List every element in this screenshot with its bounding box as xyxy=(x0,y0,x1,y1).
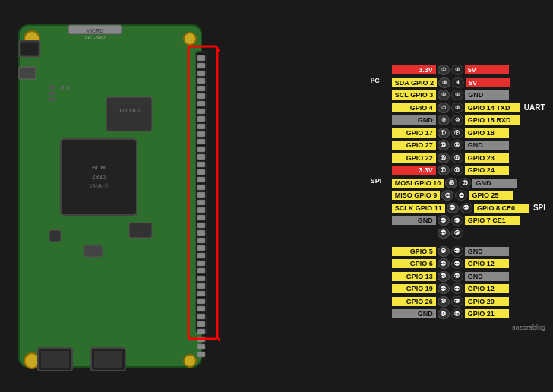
svg-rect-53 xyxy=(198,261,205,266)
pin-row-16: GPIO 6 ㉛ ㉜ GPIO 12 xyxy=(392,258,545,270)
pin-num-26: ㉖ xyxy=(451,215,463,226)
pin-num-5: ⑤ xyxy=(438,90,450,100)
pin-num-24: ㉔ xyxy=(460,203,472,213)
pin-num-1: ① xyxy=(438,65,450,75)
pin-num-37: ㊳ xyxy=(438,296,450,307)
board-area: MICRO SD CARD BCM 2835 V4Mir ® 1270010 xyxy=(8,10,220,382)
svg-text:SD CARD: SD CARD xyxy=(84,35,106,40)
pin-num-30: ㉚ xyxy=(451,246,463,257)
pin-right-1: 5V xyxy=(465,65,509,74)
pin-num-38: ㊴ xyxy=(451,296,463,307)
pin-num-12: ⑫ xyxy=(451,128,463,138)
pin-left-10: MOSI GPIO 10 xyxy=(392,179,444,188)
pin-right-9: GPIO 24 xyxy=(465,166,509,175)
pin-right-6: GPIO 18 xyxy=(465,128,509,138)
svg-rect-57 xyxy=(198,291,205,296)
svg-rect-56 xyxy=(198,283,205,289)
pin-right-16: GPIO 12 xyxy=(465,259,509,268)
svg-rect-34 xyxy=(198,116,205,122)
pin-row-6: GPIO 17 ⑪ ⑫ GPIO 18 xyxy=(392,127,545,138)
svg-text:BCM: BCM xyxy=(92,164,106,171)
svg-rect-39 xyxy=(198,154,205,160)
svg-rect-55 xyxy=(198,276,205,281)
pin-left-12: SCLK GPIO 11 xyxy=(392,204,445,213)
svg-rect-48 xyxy=(198,223,205,228)
svg-rect-58 xyxy=(198,299,205,304)
pin-left-3: SCL GPIO 3 xyxy=(392,90,436,100)
svg-line-72 xyxy=(217,337,220,382)
svg-point-3 xyxy=(184,33,196,45)
svg-rect-36 xyxy=(198,131,205,137)
pin-num-33: ㉝ xyxy=(438,271,450,282)
svg-rect-62 xyxy=(198,329,205,334)
pin-left-17: GPIO 13 xyxy=(392,272,436,281)
pin-right-2: 5V xyxy=(466,78,510,87)
svg-rect-41 xyxy=(198,169,205,175)
pin-row-4: GPIO 4 ⑦ ⑧ GPIO 14 TXD UART xyxy=(392,102,545,113)
pin-num-25: ㉕ xyxy=(438,215,450,226)
svg-rect-37 xyxy=(198,139,205,144)
svg-rect-38 xyxy=(198,147,205,152)
pin-num-11: ⑪ xyxy=(438,128,450,138)
pin-right-3: GND xyxy=(465,90,509,100)
svg-rect-40 xyxy=(198,162,205,167)
pin-left-15: GPIO 5 xyxy=(392,247,436,256)
svg-rect-61 xyxy=(198,321,205,327)
pin-left-4: GPIO 4 xyxy=(392,103,436,112)
pin-row-8: GPIO 22 ⑮ ⑯ GPIO 23 xyxy=(392,152,545,163)
pin-num-35: ㉟ xyxy=(438,283,450,294)
spi-label-left: SPI xyxy=(371,177,382,185)
pin-right-19: GPIO 20 xyxy=(465,297,509,306)
svg-rect-51 xyxy=(198,245,205,251)
pin-left-6: GPIO 17 xyxy=(392,128,436,138)
svg-rect-32 xyxy=(198,101,205,106)
pin-row-2: I²C SDA GPIO 2 ③ ④ 5V xyxy=(392,77,545,88)
pin-num-34: ㉞ xyxy=(451,271,463,282)
pin-num-28: ㉘ xyxy=(451,228,463,239)
svg-rect-31 xyxy=(198,93,205,99)
svg-rect-30 xyxy=(198,86,205,91)
pin-num-7: ⑦ xyxy=(438,103,450,113)
pin-row-19: GPIO 26 ㊳ ㊴ GPIO 20 xyxy=(392,296,545,307)
pin-row-3: SCL GPIO 3 ⑤ ⑥ GND xyxy=(392,90,545,101)
pin-left-18: GPIO 19 xyxy=(392,284,436,293)
pin-row-12: SCLK GPIO 11 ㉓ ㉔ GPIO 8 CE0 SPI xyxy=(392,202,545,213)
pin-num-10: ⑩ xyxy=(451,115,463,125)
svg-rect-6 xyxy=(21,43,38,55)
svg-rect-67 xyxy=(41,351,69,368)
pin-left-1: 3.3V xyxy=(392,65,436,74)
spi-label-right: SPI xyxy=(533,204,545,212)
pin-row-1: 3.3V ① ② 5V xyxy=(392,65,545,76)
svg-rect-50 xyxy=(198,238,205,243)
pin-row-20: GND ㊵ ㊶ GPIO 21 xyxy=(392,308,545,320)
svg-rect-42 xyxy=(198,177,205,182)
pin-right-10: GND xyxy=(472,179,517,188)
pin-num-21: ㉑ xyxy=(441,190,453,201)
svg-rect-46 xyxy=(198,207,205,213)
svg-rect-21 xyxy=(67,86,70,89)
pin-num-18: ⑱ xyxy=(451,165,463,175)
pin-left-11: MISO GPIO 9 xyxy=(392,191,441,200)
svg-rect-49 xyxy=(198,230,205,236)
svg-rect-7 xyxy=(19,67,36,79)
svg-rect-26 xyxy=(198,55,205,61)
svg-rect-27 xyxy=(198,63,205,68)
pin-num-4: ④ xyxy=(452,77,464,88)
pin-num-40: ㊶ xyxy=(451,308,463,319)
svg-rect-18 xyxy=(49,92,55,95)
watermark: sozorablog xyxy=(392,324,545,331)
pin-num-6: ⑥ xyxy=(451,90,463,100)
pin-row-13: GND ㉕ ㉖ GPIO 7 CE1 xyxy=(392,215,545,226)
pin-num-15: ⑮ xyxy=(438,153,450,163)
svg-rect-22 xyxy=(129,223,152,238)
svg-rect-47 xyxy=(198,215,205,220)
pin-left-19: GPIO 26 xyxy=(392,297,436,306)
pin-right-12: GPIO 8 CE0 xyxy=(474,204,529,213)
pin-right-4: GPIO 14 TXD xyxy=(465,103,520,112)
pin-left-5: GND xyxy=(392,115,436,125)
pin-right-15: GND xyxy=(465,247,509,256)
svg-rect-29 xyxy=(198,78,205,84)
pin-row-10: SPI MOSI GPIO 10 ⑲ ⑳ GND xyxy=(392,177,545,188)
pin-row-15: GPIO 5 ㉙ ㉚ GND xyxy=(392,245,545,257)
pin-right-7: GND xyxy=(465,141,509,150)
